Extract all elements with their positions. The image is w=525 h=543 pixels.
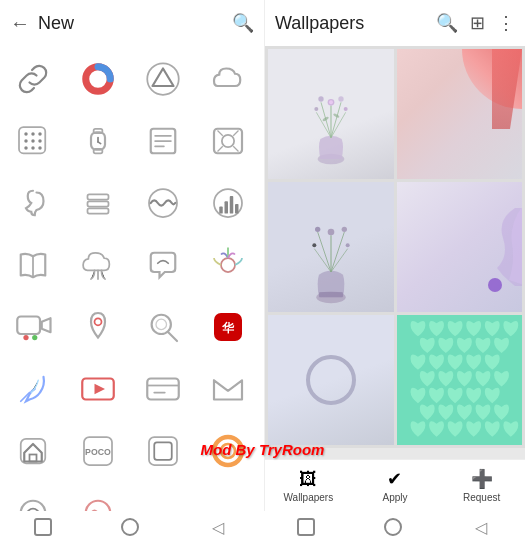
svg-point-39	[95, 318, 102, 325]
wallpapers-search-icon[interactable]: 🔍	[436, 12, 458, 34]
wallpapers-content[interactable]	[265, 46, 525, 459]
icon-link[interactable]	[4, 50, 62, 108]
icons-scroll[interactable]: 华	[0, 46, 264, 511]
icon-carplay[interactable]	[134, 50, 192, 108]
svg-point-59	[86, 501, 111, 511]
svg-point-4	[24, 132, 28, 136]
search-icon[interactable]: 🔍	[232, 12, 254, 34]
svg-point-6	[38, 132, 42, 136]
icon-box[interactable]	[134, 422, 192, 480]
svg-point-11	[31, 146, 35, 150]
svg-text:POCO: POCO	[85, 447, 111, 457]
svg-marker-46	[95, 384, 106, 395]
svg-line-78	[331, 232, 344, 272]
wallpapers-tab-icon: 🖼	[299, 469, 317, 490]
wallpaper-item-4[interactable]	[397, 182, 523, 312]
icon-poco[interactable]: POCO	[69, 422, 127, 480]
svg-point-85	[345, 243, 349, 247]
icon-feather[interactable]	[4, 360, 62, 418]
icon-chat[interactable]	[134, 236, 192, 294]
svg-rect-24	[88, 194, 109, 199]
icon-extra1[interactable]	[4, 484, 62, 511]
left-nav-title: New	[38, 13, 232, 34]
tab-request[interactable]: ➕ Request	[452, 468, 512, 503]
left-nav-bar: ← New 🔍	[0, 0, 264, 46]
svg-point-69	[338, 96, 343, 101]
svg-text:华: 华	[221, 321, 235, 335]
icon-huawei[interactable]: 华	[199, 298, 257, 356]
icon-grid-dots[interactable]	[4, 112, 62, 170]
icon-home[interactable]	[4, 422, 62, 480]
svg-point-82	[315, 227, 320, 232]
icon-ear[interactable]	[4, 174, 62, 232]
sys-square2[interactable]	[297, 518, 315, 536]
icon-book[interactable]	[134, 112, 192, 170]
icon-wave[interactable]	[134, 174, 192, 232]
request-tab-label: Request	[463, 492, 500, 503]
icon-ring[interactable]	[199, 422, 257, 480]
icon-donut[interactable]	[69, 50, 127, 108]
svg-rect-32	[235, 204, 239, 214]
wallpapers-tab-label: Wallpapers	[284, 492, 334, 503]
wallpaper-item-5[interactable]	[268, 315, 394, 445]
svg-point-71	[343, 107, 347, 111]
apply-tab-label: Apply	[382, 492, 407, 503]
sys-back2[interactable]: ◁	[471, 517, 491, 537]
icon-gmail[interactable]	[199, 360, 257, 418]
svg-marker-36	[42, 318, 51, 332]
back-button[interactable]: ←	[10, 12, 30, 35]
icon-location[interactable]	[69, 298, 127, 356]
svg-point-56	[214, 437, 242, 465]
wallpaper-item-3[interactable]	[268, 182, 394, 312]
icon-layers[interactable]	[69, 174, 127, 232]
svg-point-83	[341, 227, 346, 232]
sys-circle2[interactable]	[384, 518, 402, 536]
tab-wallpapers[interactable]: 🖼 Wallpapers	[278, 469, 338, 503]
sys-circle1[interactable]	[121, 518, 139, 536]
svg-line-63	[331, 102, 341, 137]
request-tab-icon: ➕	[471, 468, 493, 490]
svg-marker-2	[153, 69, 174, 87]
svg-rect-55	[154, 442, 172, 460]
svg-point-9	[38, 139, 42, 143]
svg-rect-35	[17, 317, 40, 335]
svg-rect-26	[88, 208, 109, 213]
apply-tab-icon: ✔	[387, 468, 402, 490]
icon-card[interactable]	[134, 360, 192, 418]
icon-cloud[interactable]	[199, 50, 257, 108]
icon-extra2[interactable]	[69, 484, 127, 511]
tab-apply[interactable]: ✔ Apply	[365, 468, 425, 503]
svg-point-42	[156, 319, 167, 330]
icon-youtube[interactable]	[69, 360, 127, 418]
wallpaper-item-6[interactable]	[397, 315, 523, 445]
svg-rect-31	[230, 196, 234, 214]
icon-bars[interactable]	[199, 174, 257, 232]
svg-point-7	[24, 139, 28, 143]
icon-open-book[interactable]	[4, 236, 62, 294]
icons-grid: 华	[0, 46, 264, 511]
svg-point-84	[312, 243, 316, 247]
svg-rect-25	[88, 201, 109, 206]
icon-watch[interactable]	[69, 112, 127, 170]
wallpaper-item-2[interactable]	[397, 49, 523, 179]
wallpapers-more-icon[interactable]: ⋮	[497, 12, 515, 34]
svg-rect-47	[147, 379, 179, 400]
svg-point-38	[32, 335, 37, 340]
icon-cloud2[interactable]	[69, 236, 127, 294]
sys-back[interactable]: ◁	[208, 517, 228, 537]
right-pane: Wallpapers 🔍 ⊞ ⋮	[265, 0, 525, 511]
svg-point-72	[322, 116, 329, 122]
svg-point-34	[221, 258, 235, 272]
svg-rect-30	[225, 201, 229, 213]
sys-square1[interactable]	[34, 518, 52, 536]
system-nav-bar: ◁ ◁	[0, 511, 525, 543]
icon-frame[interactable]	[199, 112, 257, 170]
svg-line-80	[331, 249, 348, 272]
svg-point-12	[38, 146, 42, 150]
wallpaper-item-1[interactable]	[268, 49, 394, 179]
icon-peacock[interactable]	[199, 236, 257, 294]
icon-video-chat[interactable]	[4, 298, 62, 356]
wallpapers-grid-icon[interactable]: ⊞	[470, 12, 485, 34]
wallpapers-grid	[265, 46, 525, 448]
icon-magnify[interactable]	[134, 298, 192, 356]
